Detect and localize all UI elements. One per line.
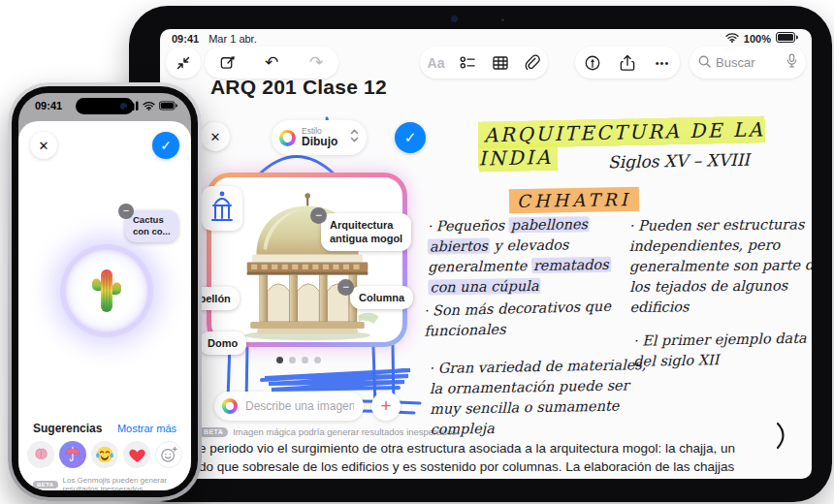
markup-pen-icon[interactable] — [581, 51, 604, 75]
compose-icon[interactable] — [215, 51, 239, 75]
cactus-label-line2: con co... — [133, 226, 171, 237]
iphone-genmoji-screen: 09:41 ✕ ✓ — [18, 93, 191, 490]
ipad-status-left: 09:41 Mar 1 abr. — [172, 33, 257, 45]
redo-icon[interactable]: ↷ — [305, 51, 328, 75]
show-more-link[interactable]: Mostrar más — [117, 423, 176, 434]
toolbar-tools-group: ••• — [575, 47, 680, 79]
describe-image-field[interactable] — [214, 392, 364, 421]
genmoji-preview-bubble — [65, 249, 148, 332]
handwritten-bullet-1: · Pequeños pabellones abiertos y elevado… — [427, 214, 629, 299]
apple-intelligence-icon — [222, 398, 238, 414]
mic-icon[interactable] — [786, 53, 797, 72]
chhatri-image — [222, 189, 393, 342]
chevron-up-down-icon — [350, 129, 359, 146]
sketch-thumbnail[interactable] — [202, 186, 242, 231]
collapse-toolbar-icon[interactable] — [172, 51, 195, 75]
label-dome[interactable]: Domo — [199, 331, 246, 355]
rainbow-cactus-genmoji — [84, 266, 129, 316]
handwritten-subtitle: Siglos XV – XVIII — [608, 150, 750, 173]
table-icon[interactable] — [489, 51, 512, 75]
remove-column-label-button[interactable]: − — [337, 279, 354, 296]
describe-image-input[interactable] — [243, 398, 356, 414]
heart-emoji[interactable] — [123, 441, 150, 468]
genmoji-close-button[interactable]: ✕ — [30, 132, 57, 159]
ipad-time: 09:41 — [172, 33, 199, 45]
beta-text: Los Genmojis pueden generar resultados i… — [63, 476, 192, 490]
ipad-status-right: 100% — [725, 32, 798, 45]
label-architecture[interactable]: Arquitectura antigua mogol — [321, 213, 411, 251]
label-column[interactable]: Columna — [350, 286, 413, 309]
ipad-camera — [451, 16, 458, 22]
handwritten-bullet-2: · Son más decorativos que funcionales — [423, 296, 627, 341]
signal-icon — [124, 101, 139, 110]
add-emoji-button[interactable] — [155, 441, 182, 468]
style-dropdown[interactable]: Estilo Dibujo — [272, 120, 367, 155]
pen-stroke — [775, 423, 790, 450]
style-value: Dibujo — [302, 136, 337, 148]
iphone-beta-row: BETA Los Genmojis pueden generar resulta… — [33, 476, 191, 490]
paperclip-icon[interactable] — [521, 51, 544, 75]
paragraph-line1: e periodo vio el surgimiento de otra est… — [199, 440, 790, 458]
toolbar-collapse-group — [166, 47, 201, 79]
handwritten-bullet-3: · Gran variedad de materiales, la orname… — [429, 355, 653, 440]
beta-badge: BETA — [199, 427, 228, 437]
toolbar-format-group: Aa — [420, 47, 548, 79]
beta-text: Imagen mágica podría generar resultados … — [233, 426, 459, 437]
label-architecture-line2: antigua mogol — [330, 232, 402, 245]
wand-accept-button[interactable]: ✓ — [395, 122, 426, 153]
wifi-icon — [725, 32, 739, 45]
ipad-date: Mar 1 abr. — [208, 33, 257, 45]
handwritten-bullet-right-2: · El primer ejemplo data del siglo XII — [633, 328, 812, 371]
text-format-icon[interactable]: Aa — [425, 51, 448, 75]
style-colorwheel-icon — [279, 130, 296, 146]
umbrella-emoji[interactable] — [59, 441, 86, 468]
share-icon[interactable] — [616, 51, 639, 75]
note-title: ARQ 201 Clase 12 — [210, 76, 387, 99]
toolbar-edit-group: ↶ ↷ — [205, 47, 338, 79]
note-paragraph: e periodo vio el surgimiento de otra est… — [199, 440, 790, 476]
battery-percent: 100% — [744, 33, 771, 45]
image-page-dots[interactable] — [276, 357, 321, 363]
iphone-status-icons — [124, 101, 177, 110]
label-architecture-line1: Arquitectura — [330, 218, 402, 232]
paragraph-line2: do que sobresale de los edificios y es s… — [199, 458, 790, 477]
stage: 09:41 Mar 1 abr. 100% — [0, 0, 834, 504]
undo-icon[interactable]: ↶ — [260, 51, 283, 75]
handwritten-section: CHHATRI — [509, 189, 639, 211]
battery-icon — [159, 101, 177, 110]
ipad-device: 09:41 Mar 1 abr. 100% — [129, 6, 832, 502]
wand-close-button[interactable]: ✕ — [201, 122, 230, 151]
battery-icon — [776, 32, 798, 45]
remove-cactus-label-button[interactable]: − — [118, 204, 134, 219]
iphone-device: 09:41 ✕ ✓ — [8, 82, 202, 501]
genmoji-accept-button[interactable]: ✓ — [152, 132, 179, 159]
ipad-beta-row: BETA Imagen mágica podría generar result… — [199, 426, 460, 437]
iphone-time: 09:41 — [35, 100, 62, 111]
beta-badge: BETA — [33, 481, 58, 488]
checklist-icon[interactable] — [457, 51, 480, 75]
genmoji-sheet: ✕ ✓ — [18, 121, 191, 490]
cactus-label[interactable]: Cactus con co... — [125, 210, 178, 242]
cactus-label-line1: Cactus — [133, 214, 171, 226]
search-icon — [698, 54, 711, 72]
more-icon[interactable]: ••• — [651, 51, 674, 75]
ipad-notes-app: 09:41 Mar 1 abr. 100% — [160, 29, 812, 479]
brain-emoji[interactable] — [27, 441, 54, 468]
handwritten-bullet-right-1: · Pueden ser estructuras independientes,… — [629, 214, 812, 318]
search-field[interactable]: Buscar — [690, 47, 806, 79]
suggestions-title: Sugerencias — [33, 422, 102, 435]
add-image-button[interactable]: + — [371, 392, 401, 421]
wifi-icon — [143, 101, 155, 110]
joy-emoji[interactable] — [91, 441, 118, 468]
search-placeholder: Buscar — [716, 55, 782, 70]
suggestion-emoji-row — [27, 441, 182, 468]
remove-arch-label-button[interactable]: − — [310, 207, 327, 224]
